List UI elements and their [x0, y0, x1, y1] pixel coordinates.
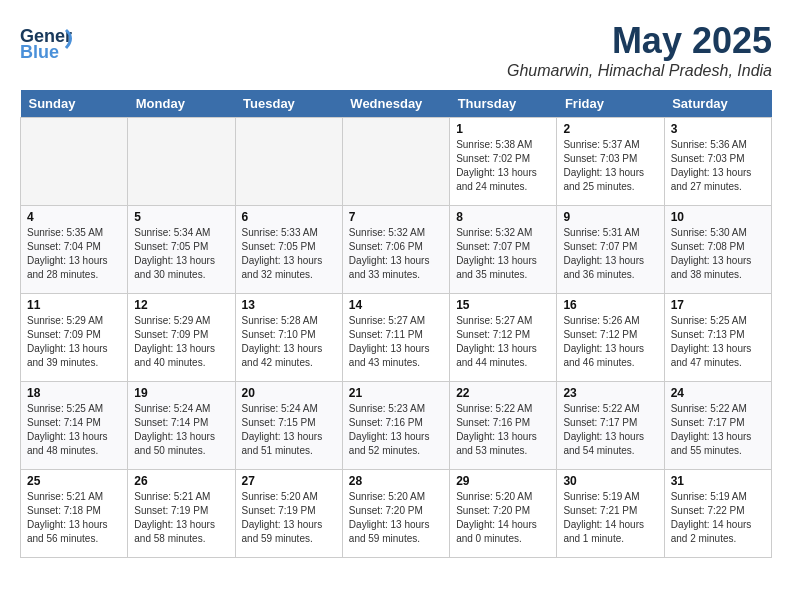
- calendar-cell: 16Sunrise: 5:26 AM Sunset: 7:12 PM Dayli…: [557, 294, 664, 382]
- day-number: 28: [349, 474, 443, 488]
- day-number: 5: [134, 210, 228, 224]
- calendar-cell: 6Sunrise: 5:33 AM Sunset: 7:05 PM Daylig…: [235, 206, 342, 294]
- cell-info: Sunrise: 5:35 AM Sunset: 7:04 PM Dayligh…: [27, 226, 121, 282]
- calendar-cell: 9Sunrise: 5:31 AM Sunset: 7:07 PM Daylig…: [557, 206, 664, 294]
- calendar-week-row: 11Sunrise: 5:29 AM Sunset: 7:09 PM Dayli…: [21, 294, 772, 382]
- calendar-cell: 28Sunrise: 5:20 AM Sunset: 7:20 PM Dayli…: [342, 470, 449, 558]
- calendar-cell: 29Sunrise: 5:20 AM Sunset: 7:20 PM Dayli…: [450, 470, 557, 558]
- day-number: 31: [671, 474, 765, 488]
- cell-info: Sunrise: 5:23 AM Sunset: 7:16 PM Dayligh…: [349, 402, 443, 458]
- calendar-cell: 17Sunrise: 5:25 AM Sunset: 7:13 PM Dayli…: [664, 294, 771, 382]
- day-number: 7: [349, 210, 443, 224]
- day-number: 27: [242, 474, 336, 488]
- day-number: 18: [27, 386, 121, 400]
- calendar-cell: 23Sunrise: 5:22 AM Sunset: 7:17 PM Dayli…: [557, 382, 664, 470]
- day-number: 12: [134, 298, 228, 312]
- calendar-cell: 14Sunrise: 5:27 AM Sunset: 7:11 PM Dayli…: [342, 294, 449, 382]
- cell-info: Sunrise: 5:31 AM Sunset: 7:07 PM Dayligh…: [563, 226, 657, 282]
- title-block: May 2025 Ghumarwin, Himachal Pradesh, In…: [507, 20, 772, 80]
- cell-info: Sunrise: 5:20 AM Sunset: 7:19 PM Dayligh…: [242, 490, 336, 546]
- day-number: 25: [27, 474, 121, 488]
- calendar-cell: 20Sunrise: 5:24 AM Sunset: 7:15 PM Dayli…: [235, 382, 342, 470]
- day-number: 1: [456, 122, 550, 136]
- calendar-cell: 15Sunrise: 5:27 AM Sunset: 7:12 PM Dayli…: [450, 294, 557, 382]
- calendar-header-row: SundayMondayTuesdayWednesdayThursdayFrid…: [21, 90, 772, 118]
- calendar-week-row: 4Sunrise: 5:35 AM Sunset: 7:04 PM Daylig…: [21, 206, 772, 294]
- calendar-table: SundayMondayTuesdayWednesdayThursdayFrid…: [20, 90, 772, 558]
- cell-info: Sunrise: 5:29 AM Sunset: 7:09 PM Dayligh…: [27, 314, 121, 370]
- column-header-saturday: Saturday: [664, 90, 771, 118]
- calendar-cell: 31Sunrise: 5:19 AM Sunset: 7:22 PM Dayli…: [664, 470, 771, 558]
- day-number: 20: [242, 386, 336, 400]
- column-header-sunday: Sunday: [21, 90, 128, 118]
- day-number: 16: [563, 298, 657, 312]
- day-number: 30: [563, 474, 657, 488]
- cell-info: Sunrise: 5:27 AM Sunset: 7:12 PM Dayligh…: [456, 314, 550, 370]
- calendar-cell: 8Sunrise: 5:32 AM Sunset: 7:07 PM Daylig…: [450, 206, 557, 294]
- calendar-cell: 21Sunrise: 5:23 AM Sunset: 7:16 PM Dayli…: [342, 382, 449, 470]
- day-number: 10: [671, 210, 765, 224]
- calendar-cell: 19Sunrise: 5:24 AM Sunset: 7:14 PM Dayli…: [128, 382, 235, 470]
- cell-info: Sunrise: 5:20 AM Sunset: 7:20 PM Dayligh…: [456, 490, 550, 546]
- calendar-cell: 12Sunrise: 5:29 AM Sunset: 7:09 PM Dayli…: [128, 294, 235, 382]
- day-number: 6: [242, 210, 336, 224]
- column-header-friday: Friday: [557, 90, 664, 118]
- cell-info: Sunrise: 5:22 AM Sunset: 7:16 PM Dayligh…: [456, 402, 550, 458]
- day-number: 17: [671, 298, 765, 312]
- calendar-cell: 10Sunrise: 5:30 AM Sunset: 7:08 PM Dayli…: [664, 206, 771, 294]
- day-number: 14: [349, 298, 443, 312]
- cell-info: Sunrise: 5:34 AM Sunset: 7:05 PM Dayligh…: [134, 226, 228, 282]
- cell-info: Sunrise: 5:19 AM Sunset: 7:21 PM Dayligh…: [563, 490, 657, 546]
- cell-info: Sunrise: 5:28 AM Sunset: 7:10 PM Dayligh…: [242, 314, 336, 370]
- page-header: General Blue May 2025 Ghumarwin, Himacha…: [20, 20, 772, 80]
- cell-info: Sunrise: 5:25 AM Sunset: 7:14 PM Dayligh…: [27, 402, 121, 458]
- calendar-cell: 22Sunrise: 5:22 AM Sunset: 7:16 PM Dayli…: [450, 382, 557, 470]
- calendar-cell: [235, 118, 342, 206]
- cell-info: Sunrise: 5:22 AM Sunset: 7:17 PM Dayligh…: [671, 402, 765, 458]
- month-title: May 2025: [507, 20, 772, 62]
- calendar-cell: 27Sunrise: 5:20 AM Sunset: 7:19 PM Dayli…: [235, 470, 342, 558]
- day-number: 11: [27, 298, 121, 312]
- calendar-cell: 2Sunrise: 5:37 AM Sunset: 7:03 PM Daylig…: [557, 118, 664, 206]
- day-number: 4: [27, 210, 121, 224]
- calendar-cell: [21, 118, 128, 206]
- cell-info: Sunrise: 5:29 AM Sunset: 7:09 PM Dayligh…: [134, 314, 228, 370]
- cell-info: Sunrise: 5:22 AM Sunset: 7:17 PM Dayligh…: [563, 402, 657, 458]
- day-number: 26: [134, 474, 228, 488]
- cell-info: Sunrise: 5:36 AM Sunset: 7:03 PM Dayligh…: [671, 138, 765, 194]
- column-header-thursday: Thursday: [450, 90, 557, 118]
- calendar-cell: 3Sunrise: 5:36 AM Sunset: 7:03 PM Daylig…: [664, 118, 771, 206]
- cell-info: Sunrise: 5:33 AM Sunset: 7:05 PM Dayligh…: [242, 226, 336, 282]
- day-number: 19: [134, 386, 228, 400]
- cell-info: Sunrise: 5:25 AM Sunset: 7:13 PM Dayligh…: [671, 314, 765, 370]
- cell-info: Sunrise: 5:26 AM Sunset: 7:12 PM Dayligh…: [563, 314, 657, 370]
- cell-info: Sunrise: 5:24 AM Sunset: 7:15 PM Dayligh…: [242, 402, 336, 458]
- cell-info: Sunrise: 5:21 AM Sunset: 7:18 PM Dayligh…: [27, 490, 121, 546]
- cell-info: Sunrise: 5:32 AM Sunset: 7:07 PM Dayligh…: [456, 226, 550, 282]
- column-header-monday: Monday: [128, 90, 235, 118]
- cell-info: Sunrise: 5:32 AM Sunset: 7:06 PM Dayligh…: [349, 226, 443, 282]
- column-header-wednesday: Wednesday: [342, 90, 449, 118]
- calendar-cell: 26Sunrise: 5:21 AM Sunset: 7:19 PM Dayli…: [128, 470, 235, 558]
- calendar-cell: 30Sunrise: 5:19 AM Sunset: 7:21 PM Dayli…: [557, 470, 664, 558]
- calendar-cell: 18Sunrise: 5:25 AM Sunset: 7:14 PM Dayli…: [21, 382, 128, 470]
- cell-info: Sunrise: 5:37 AM Sunset: 7:03 PM Dayligh…: [563, 138, 657, 194]
- day-number: 15: [456, 298, 550, 312]
- cell-info: Sunrise: 5:21 AM Sunset: 7:19 PM Dayligh…: [134, 490, 228, 546]
- column-header-tuesday: Tuesday: [235, 90, 342, 118]
- calendar-cell: 7Sunrise: 5:32 AM Sunset: 7:06 PM Daylig…: [342, 206, 449, 294]
- logo: General Blue: [20, 20, 72, 68]
- calendar-cell: [128, 118, 235, 206]
- calendar-cell: 11Sunrise: 5:29 AM Sunset: 7:09 PM Dayli…: [21, 294, 128, 382]
- cell-info: Sunrise: 5:20 AM Sunset: 7:20 PM Dayligh…: [349, 490, 443, 546]
- day-number: 21: [349, 386, 443, 400]
- cell-info: Sunrise: 5:27 AM Sunset: 7:11 PM Dayligh…: [349, 314, 443, 370]
- day-number: 29: [456, 474, 550, 488]
- day-number: 13: [242, 298, 336, 312]
- day-number: 9: [563, 210, 657, 224]
- calendar-cell: 1Sunrise: 5:38 AM Sunset: 7:02 PM Daylig…: [450, 118, 557, 206]
- calendar-cell: 24Sunrise: 5:22 AM Sunset: 7:17 PM Dayli…: [664, 382, 771, 470]
- day-number: 3: [671, 122, 765, 136]
- day-number: 24: [671, 386, 765, 400]
- logo-icon: General Blue: [20, 20, 72, 64]
